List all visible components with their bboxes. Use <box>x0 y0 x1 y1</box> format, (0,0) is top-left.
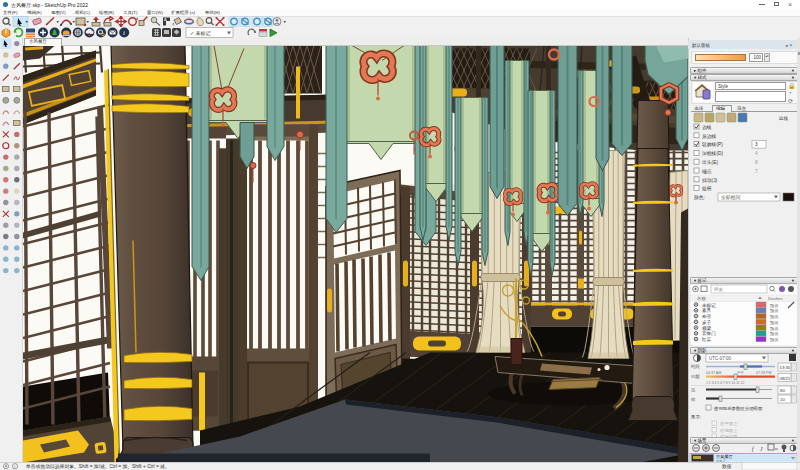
svg-text:f: f <box>752 446 755 452</box>
svg-text:单击或拖动以选择对象。Shift = 加/减。Ctrl =: 单击或拖动以选择对象。Shift = 加/减。Ctrl = 加。Shift + … <box>25 464 170 470</box>
svg-text:i: i <box>14 464 16 469</box>
svg-text:数值: 数值 <box>722 464 732 469</box>
svg-text:J: J <box>760 446 763 452</box>
